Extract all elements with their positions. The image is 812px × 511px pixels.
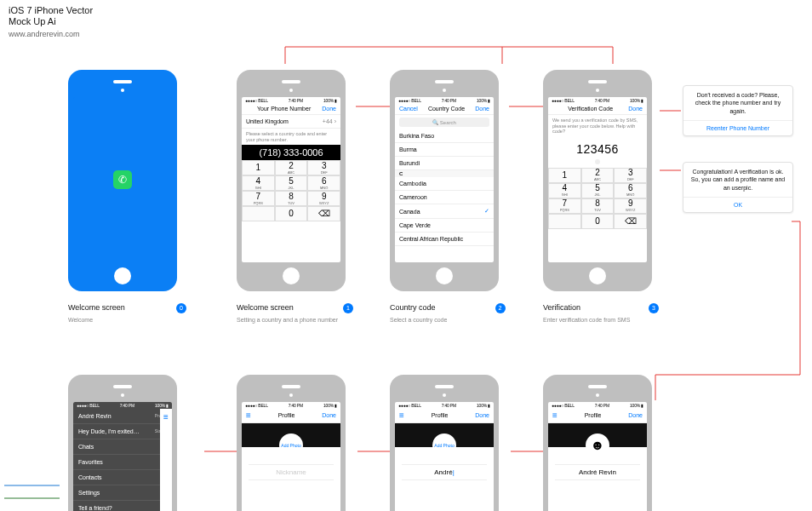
menu-item[interactable]: Chats xyxy=(73,439,172,455)
add-photo-button[interactable]: Add Photo xyxy=(432,433,456,457)
phone-display: (718) 333-0006 xyxy=(242,145,340,160)
hamburger-icon[interactable]: ≡ xyxy=(399,411,404,420)
key-9[interactable]: 9WXYZ xyxy=(307,191,340,206)
add-photo-button[interactable]: Add Photo xyxy=(279,433,303,457)
list-item[interactable]: Central African Republic xyxy=(395,233,494,246)
doc-title-block: iOS 7 iPhone Vector Mock Up Ai www.andre… xyxy=(9,5,93,39)
done-button[interactable]: Done xyxy=(475,412,489,418)
menu-status-row[interactable]: Hey Dude, I'm exited…Status xyxy=(73,424,172,439)
avatar[interactable]: ☻ xyxy=(586,433,609,457)
menu-item[interactable]: Settings xyxy=(73,485,172,501)
menu-item[interactable]: Favorites xyxy=(73,455,172,470)
indicator-dot xyxy=(595,159,600,164)
home-button[interactable] xyxy=(436,267,453,284)
verification-screen: ●●●●○ BELL7:40 PM100% ▮ Verification Cod… xyxy=(548,97,647,262)
home-button[interactable] xyxy=(283,267,300,284)
key-1[interactable]: 1 xyxy=(242,160,275,175)
ok-button[interactable]: OK xyxy=(683,197,792,212)
country-code-screen: ●●●●○ BELL7:40 PM100% ▮ CancelCountry Co… xyxy=(395,97,494,262)
search-field[interactable]: 🔍 Search xyxy=(399,118,489,127)
caption-2: Country code2 Select a country code xyxy=(390,303,506,323)
welcome-screen: ✆ xyxy=(73,97,172,262)
section-header: C xyxy=(395,170,494,177)
list-item[interactable]: Burundi xyxy=(395,157,494,170)
done-button[interactable]: Done xyxy=(475,106,489,112)
cancel-button[interactable]: Cancel xyxy=(399,106,418,112)
profile-typing-screen: ●●●●○ BELL7:40 PM100% ▮ ≡ProfileDone Add… xyxy=(395,402,494,511)
phone-profile-empty: ●●●●○ BELL7:40 PM100% ▮ ≡ProfileDone Add… xyxy=(237,375,346,511)
done-button[interactable]: Done xyxy=(628,106,643,112)
key-5[interactable]: 5JKL xyxy=(275,175,308,191)
hint-text: We send you a verification code by SMS, … xyxy=(548,115,647,137)
menu-profile-row[interactable]: André RevinProfile xyxy=(73,409,172,424)
done-button[interactable]: Done xyxy=(322,106,336,112)
key-2[interactable]: 2ABC xyxy=(275,160,308,175)
doc-subtitle: Mock Up Ai xyxy=(9,16,93,27)
phone-profile-typing: ●●●●○ BELL7:40 PM100% ▮ ≡ProfileDone Add… xyxy=(390,375,499,511)
check-icon: ✓ xyxy=(484,208,489,215)
phone-menu: ●●●●○ BELL7:40 PM100% ▮ André RevinProfi… xyxy=(68,375,177,511)
doc-url: www.andrerevin.com xyxy=(9,30,93,39)
key-7[interactable]: 7PQRS xyxy=(242,191,275,206)
list-item[interactable]: Burma xyxy=(395,143,494,157)
hamburger-icon[interactable]: ≡ xyxy=(246,411,251,420)
home-button[interactable] xyxy=(114,267,131,284)
reenter-button[interactable]: Reenter Phone Number xyxy=(683,120,792,135)
earpiece xyxy=(113,80,132,83)
phone-country-code: ●●●●○ BELL7:40 PM100% ▮ CancelCountry Co… xyxy=(390,70,499,291)
home-button[interactable] xyxy=(589,267,606,284)
status-bar: ●●●●○ BELL7:40 PM100% ▮ xyxy=(242,97,340,104)
hamburger-icon[interactable]: ≡ xyxy=(163,412,169,511)
profile-filled-screen: ●●●●○ BELL7:40 PM100% ▮ ≡ProfileDone ☻ A… xyxy=(548,402,647,511)
caption-1: Welcome screen1 Setting a country and a … xyxy=(237,303,353,323)
list-item[interactable]: Burkina Faso xyxy=(395,129,494,143)
phone-welcome: ✆ xyxy=(68,70,177,291)
key-6[interactable]: 6MNO xyxy=(307,175,340,191)
nickname-input[interactable]: André Revin xyxy=(555,464,640,480)
camera-dot xyxy=(121,89,124,92)
phone-number-entry: ●●●●○ BELL7:40 PM100% ▮ Your Phone Numbe… xyxy=(237,70,346,291)
menu-screen: ●●●●○ BELL7:40 PM100% ▮ André RevinProfi… xyxy=(73,402,172,511)
doc-title: iOS 7 iPhone Vector xyxy=(9,5,93,16)
key-3[interactable]: 3DEF xyxy=(307,160,340,175)
list-item[interactable]: Cambodia xyxy=(395,177,494,191)
phone-profile-filled: ●●●●○ BELL7:40 PM100% ▮ ≡ProfileDone ☻ A… xyxy=(543,375,652,511)
list-item[interactable]: Cameroon xyxy=(395,191,494,204)
nav-title: Your Phone Number xyxy=(257,106,311,112)
country-selector[interactable]: United Kingdom+44 › xyxy=(242,115,340,129)
key-4[interactable]: 4GHI xyxy=(242,175,275,191)
keypad: 1 2ABC 3DEF 4GHI 5JKL 6MNO 7PQRS 8TUV 9W… xyxy=(242,160,340,221)
nav-bar: Your Phone NumberDone xyxy=(242,104,340,115)
key-0[interactable]: 0 xyxy=(275,206,308,221)
nickname-input[interactable]: André| xyxy=(402,464,487,480)
key-blank xyxy=(242,206,275,221)
phone-verification: ●●●●○ BELL7:40 PM100% ▮ Verification Cod… xyxy=(543,70,652,291)
done-button[interactable]: Done xyxy=(322,412,336,418)
caption-0: Welcome screen0 Welcome xyxy=(68,303,186,323)
phone-number-screen: ●●●●○ BELL7:40 PM100% ▮ Your Phone Numbe… xyxy=(242,97,340,262)
menu-item[interactable]: Contacts xyxy=(73,470,172,485)
callout-no-code: Don't received a code? Please, check the… xyxy=(683,85,793,136)
app-icon[interactable]: ✆ xyxy=(113,170,132,189)
code-display: 123456 xyxy=(548,137,647,158)
key-delete[interactable]: ⌫ xyxy=(307,206,340,221)
key-8[interactable]: 8TUV xyxy=(275,191,308,206)
list-item[interactable]: Cape Verde xyxy=(395,219,494,233)
menu-item[interactable]: Tell a friend? xyxy=(73,501,172,511)
caption-3: Verification3 Enter verification code fr… xyxy=(543,303,659,323)
callout-success: Congratulation! A verification is ok. So… xyxy=(683,162,793,213)
nickname-input[interactable]: Nickname xyxy=(249,464,334,480)
done-button[interactable]: Done xyxy=(628,412,643,418)
profile-empty-screen: ●●●●○ BELL7:40 PM100% ▮ ≡ProfileDone Add… xyxy=(242,402,340,511)
hamburger-icon[interactable]: ≡ xyxy=(552,411,558,420)
list-item[interactable]: Canada✓ xyxy=(395,204,494,219)
hint-text: Please select a country code and enter y… xyxy=(242,129,340,145)
